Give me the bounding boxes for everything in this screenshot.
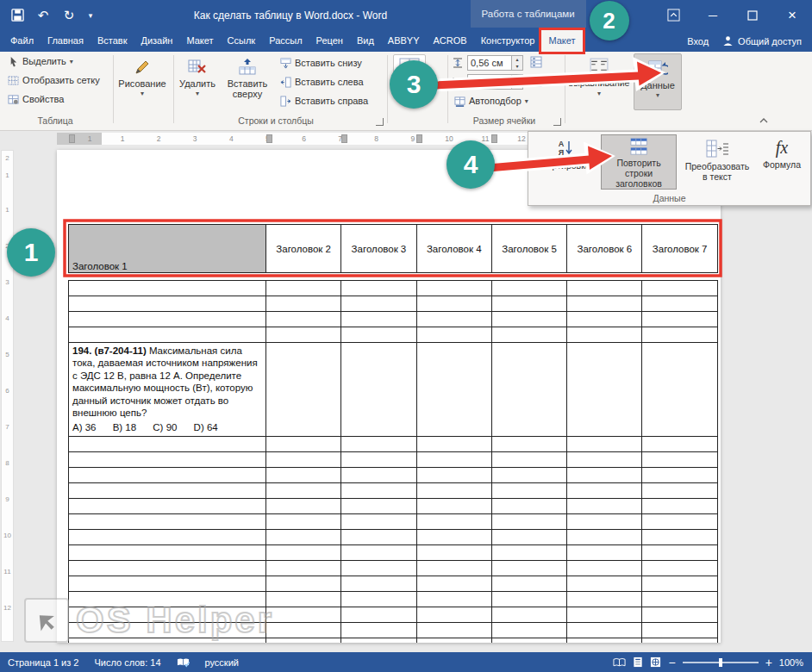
delete-button[interactable]: Удалить ▾ [177, 53, 218, 110]
table-cell[interactable] [491, 638, 566, 643]
redo-button[interactable]: ↻ [57, 3, 81, 28]
table-cell[interactable] [416, 451, 491, 467]
table-cell[interactable] [567, 560, 642, 576]
table-cell[interactable] [266, 343, 341, 437]
table-cell[interactable] [266, 482, 341, 498]
data-group-button[interactable]: Данные ▾ [634, 53, 682, 110]
table-cell[interactable] [341, 327, 416, 343]
convert-to-text-button[interactable]: Преобразовать в текст [682, 134, 753, 190]
table-cell[interactable] [341, 482, 416, 498]
table-cell[interactable] [416, 622, 491, 638]
header-cell-2[interactable]: Заголовок 2 [266, 225, 341, 273]
table-cell[interactable] [567, 467, 642, 482]
col-width-value[interactable] [467, 74, 512, 90]
table-column-marker[interactable] [416, 134, 422, 143]
language-indicator[interactable]: русский [197, 657, 247, 668]
header-cell-7[interactable]: Заголовок 7 [642, 225, 717, 273]
table-cell[interactable] [416, 281, 491, 296]
table-cell[interactable] [642, 451, 717, 467]
table-cell[interactable] [567, 296, 642, 312]
table-cell[interactable] [491, 607, 566, 622]
vertical-ruler[interactable]: 21123456789101112 [1, 150, 14, 642]
table-cell[interactable] [341, 622, 416, 638]
cell-size-dialog-launcher[interactable] [553, 118, 561, 126]
table-cell[interactable] [69, 312, 266, 327]
draw-table-button[interactable]: Рисование ▾ [117, 53, 167, 110]
view-gridlines-button[interactable]: Отобразить сетку [5, 72, 103, 89]
table-cell[interactable] [416, 513, 491, 529]
tab-ссылк[interactable]: Ссылк [221, 30, 263, 52]
table-cell[interactable] [341, 591, 416, 607]
rows-cols-dialog-launcher[interactable] [376, 118, 384, 126]
table-cell[interactable] [567, 451, 642, 467]
table-cell[interactable] [341, 513, 416, 529]
table-cell[interactable] [266, 498, 341, 513]
table-cell[interactable] [266, 622, 341, 638]
table-cell[interactable] [491, 451, 566, 467]
table-cell[interactable] [69, 436, 266, 451]
share-button[interactable]: Общий доступ [722, 35, 802, 47]
table-cell[interactable] [69, 451, 266, 467]
header-cell-4[interactable]: Заголовок 4 [416, 225, 491, 273]
table-cell[interactable] [642, 436, 717, 451]
table-cell[interactable] [266, 281, 341, 296]
table-cell[interactable] [266, 607, 341, 622]
tab-главная[interactable]: Главная [41, 30, 91, 52]
tab-вид[interactable]: Вид [350, 30, 381, 52]
table-cell[interactable] [266, 296, 341, 312]
close-button[interactable]: × [772, 0, 812, 30]
table-cell[interactable] [491, 513, 566, 529]
table-cell[interactable] [567, 576, 642, 591]
table-cell[interactable] [567, 544, 642, 560]
table-cell[interactable] [266, 591, 341, 607]
table-cell[interactable] [69, 576, 266, 591]
table-cell[interactable] [416, 576, 491, 591]
table-cell[interactable] [69, 529, 266, 544]
table-cell[interactable] [491, 576, 566, 591]
table-cell[interactable] [567, 638, 642, 643]
table-cell[interactable] [416, 607, 491, 622]
table-cell[interactable] [642, 544, 717, 560]
table-cell[interactable] [341, 467, 416, 482]
table-cell[interactable] [266, 560, 341, 576]
table-cell[interactable] [341, 607, 416, 622]
minimize-button[interactable]: ─ [693, 0, 733, 30]
table-cell[interactable] [567, 622, 642, 638]
table-cell[interactable] [642, 296, 717, 312]
formula-button[interactable]: fx Формула [756, 134, 808, 190]
table-cell[interactable] [69, 482, 266, 498]
print-layout-icon[interactable] [633, 656, 643, 668]
table-cell[interactable] [416, 312, 491, 327]
table-cell[interactable] [491, 591, 566, 607]
table-cell[interactable] [416, 467, 491, 482]
table-cell[interactable] [642, 343, 717, 437]
table-cell[interactable] [266, 638, 341, 643]
table-cell[interactable] [266, 576, 341, 591]
zoom-level[interactable]: 100% [779, 657, 803, 668]
sign-in-button[interactable]: Вход [687, 36, 709, 47]
web-layout-icon[interactable] [650, 656, 661, 668]
table-cell[interactable] [416, 343, 491, 437]
table-cell[interactable] [567, 343, 642, 437]
table-cell[interactable] [642, 591, 717, 607]
table-cell[interactable] [69, 296, 266, 312]
table-cell[interactable] [491, 327, 566, 343]
row-height-spinner[interactable]: ▴▾ [512, 55, 523, 71]
table-cell[interactable] [266, 451, 341, 467]
header-cell-1[interactable]: Заголовок 1 [69, 225, 266, 273]
autofit-button[interactable]: Автоподбор▾ [452, 92, 531, 109]
distribute-rows-button[interactable] [528, 54, 545, 70]
tab-дизайн[interactable]: Дизайн [134, 30, 179, 52]
table-cell[interactable] [341, 560, 416, 576]
table-cell[interactable] [416, 544, 491, 560]
header-cell-6[interactable]: Заголовок 6 [567, 225, 642, 273]
table-cell[interactable] [416, 498, 491, 513]
document-page[interactable]: Заголовок 1Заголовок 2Заголовок 3Заголов… [57, 150, 721, 643]
table-cell[interactable] [69, 560, 266, 576]
table-cell[interactable] [416, 560, 491, 576]
save-button[interactable] [5, 3, 29, 28]
header-cell-5[interactable]: Заголовок 5 [491, 225, 566, 273]
table-cell[interactable] [491, 312, 566, 327]
table-cell[interactable] [491, 296, 566, 312]
table-cell[interactable] [416, 529, 491, 544]
